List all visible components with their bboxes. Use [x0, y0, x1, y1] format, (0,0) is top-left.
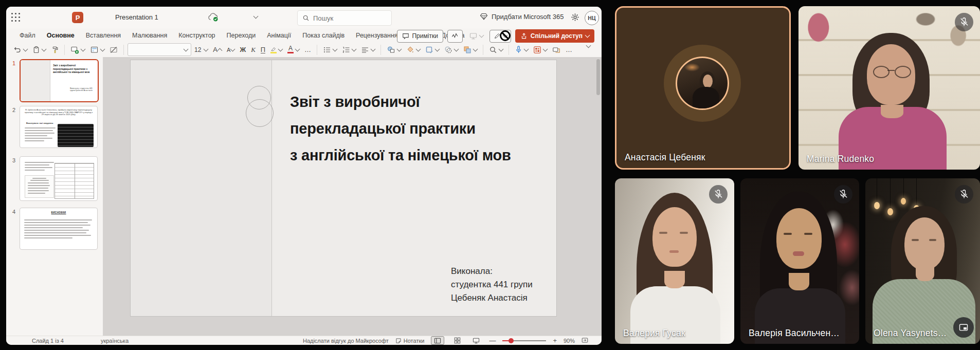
new-slide-button[interactable] [68, 43, 87, 56]
underline-button[interactable]: П [259, 43, 267, 56]
vertical-scrollbar[interactable] [596, 59, 600, 95]
notes-toggle[interactable]: Нотатки [395, 338, 425, 344]
toolbar: 12 A A Ж К П [6, 42, 602, 57]
slide-number: 4 [12, 209, 15, 215]
italic-button[interactable]: К [249, 43, 258, 56]
slide-thumbnail-3[interactable] [20, 156, 98, 201]
slide-credit-textbox[interactable]: Виконала: студентка 441 групи Цебеняк Ан… [451, 265, 533, 305]
bullets-button[interactable] [321, 43, 339, 56]
diamond-icon [480, 12, 488, 21]
tab-home[interactable]: Основне [42, 30, 80, 41]
designer-icon [533, 46, 541, 54]
participant-tile-marina[interactable]: Marina Rudenko [798, 6, 980, 170]
feedback-link[interactable]: Надіслати відгук до Майкрософт [303, 338, 389, 344]
picture-in-picture-button[interactable] [953, 317, 974, 338]
grow-font-button[interactable]: A [211, 43, 224, 56]
activity-button[interactable] [447, 30, 463, 43]
font-size-select[interactable]: 12 [192, 46, 210, 53]
language-status[interactable]: українська [101, 338, 129, 344]
font-name-select[interactable] [128, 43, 191, 56]
zoom-slider[interactable] [502, 338, 546, 343]
undo-button[interactable] [11, 43, 29, 56]
blocked-cursor-icon [499, 29, 512, 44]
paste-button[interactable] [30, 43, 48, 56]
tab-review[interactable]: Рецензування [351, 30, 403, 41]
muted-mic-icon [955, 13, 973, 31]
divider [317, 45, 317, 55]
title-chevron-down-icon[interactable] [253, 14, 259, 19]
zoom-level[interactable]: 90% [564, 338, 575, 344]
shapes-button[interactable] [385, 43, 403, 56]
dictate-button[interactable] [513, 43, 530, 56]
more-commands-button[interactable]: … [564, 43, 574, 56]
shape-outline-button[interactable] [423, 43, 441, 56]
slide-thumbnail-1[interactable]: Звіт з виробничої перекладацької практик… [20, 59, 99, 102]
zoom-in-button[interactable]: + [553, 338, 557, 343]
hide-slide-button[interactable] [107, 43, 120, 56]
slide-canvas-area[interactable]: Звіт з виробничої перекладацької практик… [103, 57, 602, 336]
divider [380, 45, 381, 55]
arrange-button[interactable] [461, 43, 479, 56]
slide-number: 1 [12, 60, 15, 66]
settings-gear-icon[interactable] [571, 13, 579, 24]
share-button[interactable]: Спільний доступ [515, 29, 594, 43]
slide-thumbnail-panel: 1 Звіт з виробничої перекладацької практ… [6, 57, 103, 336]
more-font-options-button[interactable]: … [302, 43, 313, 56]
shrink-font-button[interactable]: A [225, 43, 237, 56]
comments-label: Примітки [412, 32, 438, 40]
tab-draw[interactable]: Малювання [127, 30, 172, 41]
shrink-font-arrow-icon [230, 46, 235, 51]
slide-thumbnail-2[interactable]: Я, Цебеняк Анастасія Олексіївна, пройшла… [20, 106, 98, 148]
screen: Presentation 1 Придбати Microsoft 365 НЦ… [0, 0, 980, 350]
participant-tile-gusak[interactable]: Валерия Гусак [615, 178, 734, 344]
present-button[interactable] [467, 30, 485, 43]
clipboard-icon [32, 46, 40, 54]
designer-button[interactable] [531, 43, 549, 56]
tab-design[interactable]: Конструктор [173, 30, 220, 41]
format-painter-icon [51, 46, 59, 54]
zoom-out-button[interactable]: — [489, 338, 496, 343]
muted-mic-icon [834, 185, 852, 204]
find-icon [489, 46, 497, 54]
document-title[interactable]: Presentation 1 [115, 13, 158, 21]
highlight-button[interactable] [268, 43, 284, 56]
font-color-button[interactable]: A [285, 43, 301, 56]
slide-sorter-view-button[interactable] [451, 337, 463, 344]
normal-view-button[interactable] [431, 336, 444, 345]
slide-title-textbox[interactable]: Звіт з виробничої перекладацької практик… [290, 88, 511, 169]
comments-button[interactable]: Примітки [397, 30, 443, 43]
account-avatar[interactable]: НЦ [585, 11, 599, 25]
slideshow-view-button[interactable] [470, 337, 482, 344]
participant-name: Валерия Гусак [623, 328, 685, 339]
tab-insert[interactable]: Вставлення [81, 30, 126, 41]
search-input[interactable] [312, 11, 389, 25]
slide-editor[interactable]: Звіт з виробничої перекладацької практик… [130, 60, 557, 317]
shape-fill-button[interactable] [404, 43, 422, 56]
slide-thumbnail-4[interactable]: ВИСНОВКИ [20, 208, 98, 250]
participant-tile-olena[interactable]: Olena Yasynets… [865, 178, 980, 344]
search-box[interactable] [297, 10, 392, 26]
shape-effects-button[interactable] [442, 43, 460, 56]
participant-tile-anastasiia[interactable]: Анастасія Цебеняк [615, 6, 791, 170]
thumbnail-art: Звіт з виробничої перекладацької практик… [21, 60, 98, 101]
powerpoint-logo-icon[interactable] [72, 12, 83, 23]
font-name-chevron-icon [184, 46, 189, 51]
tab-animations[interactable]: Анімації [262, 30, 296, 41]
picture-in-picture-icon [958, 322, 969, 333]
format-painter-button[interactable] [49, 43, 61, 56]
comment-icon [402, 32, 409, 40]
tab-transitions[interactable]: Переходи [222, 30, 261, 41]
tab-slideshow[interactable]: Показ слайдів [297, 30, 350, 41]
reuse-slides-button[interactable] [550, 43, 562, 56]
shape-fill-chevron-icon [416, 46, 421, 51]
numbering-button[interactable] [340, 43, 358, 56]
app-launcher-icon[interactable] [11, 13, 21, 22]
layout-button[interactable] [88, 43, 106, 56]
tab-file[interactable]: Файл [14, 30, 41, 41]
buy-microsoft365-button[interactable]: Придбати Microsoft 365 [480, 12, 564, 21]
align-button[interactable] [359, 43, 377, 56]
participant-tile-vasylchenko[interactable]: Валерія Васильчен… [740, 178, 859, 344]
find-button[interactable] [487, 43, 505, 56]
fit-to-window-button[interactable] [582, 337, 588, 344]
bold-button[interactable]: Ж [238, 43, 248, 56]
